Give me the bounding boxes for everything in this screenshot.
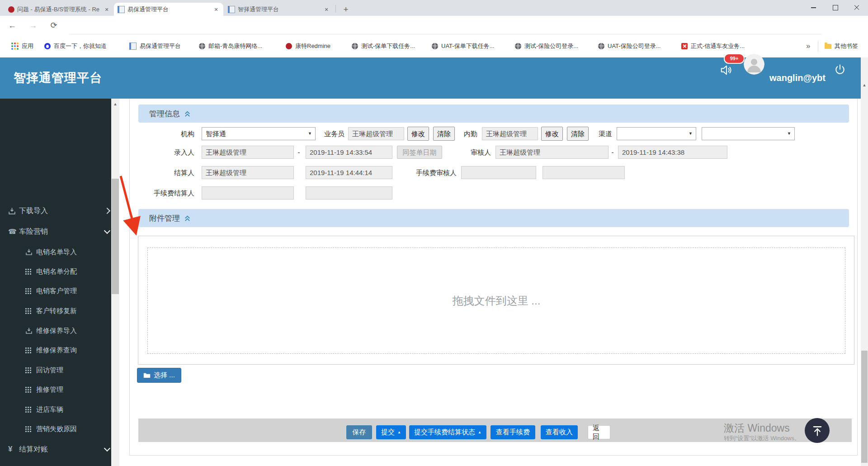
back-to-top-button[interactable]: [805, 418, 830, 443]
notifications-speaker-icon[interactable]: [720, 63, 733, 79]
auditor-field[interactable]: 王琳超级管理: [495, 146, 609, 159]
other-bookmarks-button[interactable]: 其他书签: [825, 34, 858, 57]
view-income-button[interactable]: 查看收入: [541, 425, 578, 439]
fee-auditor-field[interactable]: [461, 166, 536, 179]
section-title: 管理信息: [149, 109, 180, 119]
tab-close-icon[interactable]: ✕: [323, 6, 330, 13]
avatar[interactable]: [744, 54, 764, 75]
file-dropzone[interactable]: 拖拽文件到这里 ...: [147, 247, 845, 354]
grid-icon: [25, 387, 36, 392]
bookmark-uat-download[interactable]: UAT-保单下载任务...: [432, 34, 494, 57]
tab-close-icon[interactable]: ✕: [212, 6, 220, 13]
back-icon[interactable]: ←: [5, 19, 19, 32]
bookmark-ybt[interactable]: 易保通管理平台: [129, 34, 181, 57]
red-annotation-arrow: [115, 173, 147, 239]
other-bookmarks-label: 其他书签: [835, 42, 858, 50]
salesman-clear-button[interactable]: 清除: [433, 127, 455, 141]
caret-down-icon: ▼: [689, 128, 693, 140]
audit-time-field[interactable]: 2019-11-19 14:43:38: [618, 146, 727, 159]
same-sign-date-button[interactable]: 同签单日期: [397, 146, 442, 159]
reload-icon[interactable]: ⟳: [47, 19, 61, 32]
channel-select-2[interactable]: ▼: [702, 127, 795, 140]
tab-close-icon[interactable]: ✕: [103, 6, 110, 13]
red-x-icon: [681, 43, 688, 49]
caret-up-icon: ▲: [478, 431, 481, 434]
bookmark-test-login[interactable]: 测试-保险公司登录...: [515, 34, 578, 57]
fee-settle-time-field[interactable]: [306, 186, 392, 200]
panel-border: [129, 99, 130, 455]
scroll-up-icon[interactable]: ▲: [861, 81, 868, 89]
globe-icon: [432, 43, 438, 49]
office-modify-button[interactable]: 修改: [541, 127, 563, 141]
office-field[interactable]: 王琳超级管理: [482, 127, 538, 140]
new-tab-button[interactable]: +: [340, 4, 352, 15]
tab-title: 易保通管理平台: [127, 5, 210, 14]
fee-audit-time-field[interactable]: [542, 166, 625, 179]
username[interactable]: wanglin@ybt: [769, 57, 826, 99]
entry-person-field[interactable]: 王琳超级管理: [202, 146, 294, 159]
collapse-double-chevron-up-icon[interactable]: [184, 110, 191, 118]
auditor-label: 审核人: [446, 146, 491, 159]
section-title: 附件管理: [149, 213, 180, 223]
section-attachments[interactable]: 附件管理: [138, 209, 849, 227]
sidebar: 下载导入 ☎ 车险营销 电销名单导入 电销名单分配 电销客户管理 客户转移复新 …: [0, 99, 111, 466]
forward-icon[interactable]: →: [26, 19, 40, 32]
settler-field[interactable]: 王琳超级管理: [202, 166, 294, 179]
submit-fee-status-button[interactable]: 提交手续费结算状态 ▲: [409, 425, 486, 439]
tab-redmine-issue[interactable]: 问题 - 易保通-B/S管理系统 - Re ✕: [5, 3, 114, 16]
bookmark-label: 测试-保险公司登录...: [524, 42, 578, 50]
redmine-icon: [286, 43, 292, 49]
choose-file-button[interactable]: 选择 ...: [137, 368, 181, 383]
entry-person-label: 录入人: [149, 146, 194, 159]
windows-activation-hint: 转到“设置”以激活 Windows。: [724, 434, 800, 442]
bookmark-uat-login[interactable]: UAT-保险公司登录...: [598, 34, 660, 57]
entry-time-field[interactable]: 2019-11-19 14:33:54: [306, 146, 392, 159]
sidebar-item-auto-insurance-marketing[interactable]: ☎ 车险营销: [0, 225, 119, 238]
sidebar-item-settlement-reconciliation[interactable]: ¥ 结算对账: [0, 442, 119, 456]
app-title: 智择通管理平台: [14, 57, 102, 99]
fee-settler-field[interactable]: [202, 186, 294, 200]
sidebar-label: 维修保养查询: [36, 343, 77, 357]
caret-up-icon: ▲: [397, 431, 401, 434]
bookmark-mail[interactable]: 邮箱-青岛康特网络...: [199, 34, 262, 57]
window-close-button[interactable]: [846, 0, 868, 15]
save-button[interactable]: 保存: [346, 425, 372, 439]
tab-ybt-platform[interactable]: 易保通管理平台 ✕: [114, 3, 223, 16]
tab-zzt-platform[interactable]: 智择通管理平台 ✕: [224, 3, 334, 16]
tab-title: 智择通管理平台: [238, 5, 320, 14]
collapse-double-chevron-up-icon[interactable]: [184, 214, 191, 222]
sidebar-label: 车险营销: [19, 225, 48, 238]
globe-icon: [352, 43, 358, 49]
bookmark-test-download[interactable]: 测试-保单下载任务...: [352, 34, 415, 57]
sidebar-label: 维修保养导入: [36, 324, 77, 338]
grid-icon: [25, 347, 36, 353]
settle-time-field[interactable]: 2019-11-19 14:44:14: [306, 166, 392, 179]
org-select[interactable]: 智择通 ▼: [202, 127, 316, 140]
document-favicon: [118, 6, 125, 13]
view-fee-button[interactable]: 查看手续费: [491, 425, 535, 439]
baidu-icon: [44, 43, 51, 49]
salesman-modify-button[interactable]: 修改: [407, 127, 429, 141]
choose-file-label: 选择 ...: [154, 371, 175, 380]
page-scrollbar-thumb[interactable]: [861, 351, 868, 463]
office-clear-button[interactable]: 清除: [567, 127, 589, 141]
channel-select-1[interactable]: ▼: [617, 127, 696, 140]
salesman-field[interactable]: 王琳超级管理: [348, 127, 404, 140]
section-management-info[interactable]: 管理信息: [138, 105, 849, 123]
channel-label: 渠道: [587, 127, 612, 140]
window-minimize-button[interactable]: [803, 0, 824, 15]
bookmarks-overflow-icon[interactable]: »: [806, 34, 810, 57]
bookmark-label: 易保通管理平台: [140, 42, 181, 50]
submit-button[interactable]: 提交 ▲: [376, 425, 406, 439]
yen-icon: ¥: [8, 442, 19, 456]
bookmark-label: UAT-保险公司登录...: [608, 42, 660, 50]
bookmark-baidu[interactable]: 百度一下，你就知道: [44, 34, 107, 57]
window-maximize-button[interactable]: [825, 0, 846, 15]
sidebar-item-download-import[interactable]: 下载导入: [0, 204, 119, 218]
logout-power-icon[interactable]: [834, 63, 846, 78]
bookmark-apps[interactable]: 应用: [11, 34, 33, 57]
sidebar-label: 结算对账: [19, 442, 48, 456]
bookmark-redmine[interactable]: 康特Redmine: [286, 34, 330, 57]
back-button[interactable]: 返回: [588, 425, 610, 439]
scroll-up-icon[interactable]: ▲: [111, 100, 119, 108]
